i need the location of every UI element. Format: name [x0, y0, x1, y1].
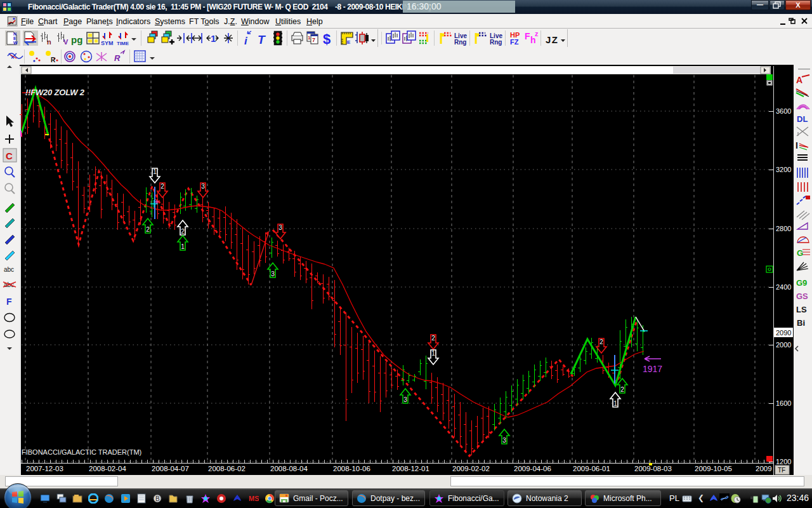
svg-text:z: z: [535, 30, 539, 37]
svg-text:R: R: [114, 53, 121, 63]
svg-text:C: C: [6, 150, 13, 161]
svg-text:R: R: [51, 57, 56, 64]
svg-text:n: n: [47, 38, 51, 46]
svg-text:W: W: [13, 41, 18, 45]
svg-text:LS: LS: [796, 305, 807, 314]
svg-text:JZ: JZ: [546, 34, 559, 45]
svg-text:V: V: [63, 38, 69, 46]
svg-text:FZ: FZ: [510, 38, 519, 46]
svg-text:G: G: [797, 248, 803, 258]
svg-text:E: E: [347, 39, 351, 45]
svg-text:SYM: SYM: [101, 40, 114, 46]
svg-text:MS: MS: [249, 495, 259, 502]
svg-text:B: B: [155, 495, 160, 502]
svg-text:T: T: [258, 33, 266, 46]
svg-text:7: 7: [312, 37, 315, 43]
svg-text:DL: DL: [797, 114, 808, 124]
svg-text:N: N: [13, 32, 16, 36]
svg-text:TIME: TIME: [117, 41, 129, 46]
svg-text:abc: abc: [4, 266, 14, 273]
svg-text:G9: G9: [796, 278, 807, 288]
svg-text:Bi: Bi: [797, 318, 805, 328]
svg-text:E: E: [13, 36, 16, 41]
svg-text:GS: GS: [796, 291, 808, 301]
svg-text:pg: pg: [71, 34, 82, 45]
svg-text:i: i: [244, 35, 248, 47]
svg-text:1: 1: [211, 33, 216, 44]
svg-text:$: $: [323, 31, 331, 47]
svg-text:F: F: [6, 297, 12, 307]
svg-text:I: I: [796, 140, 798, 150]
svg-text:Rng: Rng: [490, 39, 502, 46]
svg-text:A: A: [796, 75, 802, 85]
svg-text:F: F: [525, 31, 530, 41]
svg-text:Rng: Rng: [454, 39, 466, 46]
